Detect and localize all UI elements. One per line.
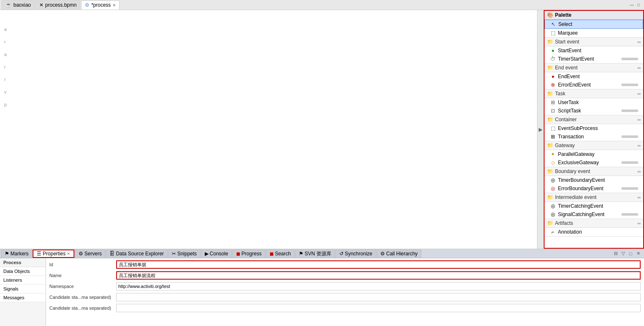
maximize-view-icon[interactable]: □ <box>627 250 634 257</box>
bottom-tab-datasource[interactable]: 🗄 Data Source Explorer <box>106 250 168 258</box>
boundary-header[interactable]: 📁 Boundary event ⇔ <box>545 167 643 176</box>
synchronize-icon: ↺ <box>339 251 344 257</box>
collapse-container-icon: ⇔ <box>637 117 641 122</box>
palette-item-label-timer-boundary: TimerBoundaryEvent <box>558 177 605 183</box>
tab-baoxiao[interactable]: ☕ baoxiao <box>2 0 35 10</box>
palette-item-timer-start[interactable]: ⏱ TimerStartEvent <box>545 55 643 63</box>
properties-form: Id Name Namespace Candidate sta...ma sep… <box>46 258 644 326</box>
palette-item-transaction[interactable]: ⊞ Transaction <box>545 132 643 141</box>
props-row-name: Name <box>49 271 641 280</box>
tab-label-process-bpmn: process.bpmn <box>45 2 76 8</box>
palette-item-script-task[interactable]: ⊡ ScriptTask <box>545 107 643 115</box>
synchronize-label: Synchronize <box>345 251 372 257</box>
props-label-id: Id <box>49 262 116 267</box>
palette-item-exclusive-gateway[interactable]: ◇ ExclusiveGateway <box>545 158 643 167</box>
tab-process-active[interactable]: ⚙ *process ✕ <box>81 0 120 10</box>
palette-section-gateway: 📁 Gateway ⇔ ✦ ParallelGateway ◇ Exclusiv… <box>545 141 643 167</box>
palette-item-end-event[interactable]: ● EndEvent <box>545 72 643 81</box>
bottom-tab-servers[interactable]: ⚙ Servers <box>75 250 105 258</box>
minimize-view-icon[interactable]: ▽ <box>620 250 626 257</box>
bottom-tab-snippets[interactable]: ✂ Snippets <box>168 250 201 258</box>
palette-section-task: 📁 Task ⇔ ⊞ UserTask ⊡ ScriptTask <box>545 89 643 115</box>
folder-icon-task: 📁 <box>547 91 553 97</box>
palette-item-label-timer-start: TimerStartEvent <box>558 56 594 62</box>
palette-item-timer-catching[interactable]: ◎ TimerCatchingEvent <box>545 202 643 210</box>
props-input-id[interactable] <box>116 260 641 269</box>
palette-item-error-boundary[interactable]: ◎ ErrorBoundaryEvent <box>545 184 643 193</box>
properties-close-icon[interactable]: ✕ <box>67 252 70 256</box>
tab-icon-baoxiao: ☕ <box>5 2 12 8</box>
bottom-tab-svn[interactable]: ⚑ SVN 资源库 <box>295 250 335 258</box>
start-event-header[interactable]: 📁 Start event ⇔ <box>545 38 643 46</box>
palette-item-error-end[interactable]: ⊗ ErrorEndEvent <box>545 81 643 89</box>
palette-item-event-subprocess[interactable]: ⬚ EventSubProcess <box>545 124 643 132</box>
palette-item-parallel-gateway[interactable]: ✦ ParallelGateway <box>545 150 643 158</box>
props-input-namespace[interactable] <box>116 282 641 290</box>
bottom-tab-markers[interactable]: ⚑ Markers <box>1 250 32 258</box>
artifacts-header[interactable]: 📁 Artifacts ⇔ <box>545 219 643 228</box>
canvas-area[interactable]: a r a r r v p <box>0 10 537 249</box>
container-label: Container <box>555 117 577 122</box>
props-input-candidate2[interactable] <box>116 304 641 312</box>
palette-item-marquee[interactable]: ⬚ Marquee <box>545 29 643 37</box>
bottom-tab-search[interactable]: ◼ Search <box>266 250 295 258</box>
start-event-label: Start event <box>555 39 579 45</box>
tab-process-bpmn[interactable]: ✕ process.bpmn <box>36 0 80 10</box>
palette-item-annotation[interactable]: ⌐ Annotation <box>545 228 643 236</box>
canvas-letter-r2: r <box>4 64 6 69</box>
collapse-intermediate-icon: ⇔ <box>637 195 641 200</box>
container-header[interactable]: 📁 Container ⇔ <box>545 115 643 124</box>
intermediate-label: Intermediate event <box>555 194 596 200</box>
palette-icon: 🎨 <box>547 12 553 18</box>
new-window-icon[interactable]: ⊟ <box>612 250 619 257</box>
exclusive-gateway-icon: ◇ <box>550 160 556 166</box>
end-event-label: End event <box>555 65 578 71</box>
scroll-indicator-start <box>621 58 638 60</box>
bottom-tab-callhierarchy[interactable]: ⚙ Call Hierarchy <box>377 250 421 258</box>
bottom-tab-synchronize[interactable]: ↺ Synchronize <box>336 250 376 258</box>
palette-section-tools: ↖ Select ⬚ Marquee <box>545 20 643 38</box>
props-input-candidate1[interactable] <box>116 293 641 301</box>
palette-title: Palette <box>555 12 571 18</box>
palette-expand-button[interactable]: ▶ <box>537 10 544 249</box>
tab-label-process: *process <box>91 2 111 8</box>
palette-scroll[interactable]: ↖ Select ⬚ Marquee 📁 Start event ⇔ ● Sta… <box>545 20 643 248</box>
maximize-button[interactable]: □ <box>636 3 641 7</box>
scroll-indicator-task <box>621 110 638 112</box>
canvas-letter-r1: r <box>4 39 6 44</box>
intermediate-header[interactable]: 📁 Intermediate event ⇔ <box>545 193 643 202</box>
bottom-tab-progress[interactable]: ◼ Progress <box>232 250 265 258</box>
sidebar-item-listeners[interactable]: Listeners <box>0 276 46 285</box>
canvas-letter-p: p <box>4 102 7 107</box>
palette-item-start-event[interactable]: ● StartEvent <box>545 46 643 55</box>
annotation-icon: ⌐ <box>550 229 556 235</box>
scroll-indicator-boundary <box>621 187 638 190</box>
tab-close-icon[interactable]: ✕ <box>112 3 116 8</box>
sidebar-item-signals[interactable]: Signals <box>0 285 46 293</box>
props-input-name[interactable] <box>116 271 641 280</box>
task-header[interactable]: 📁 Task ⇔ <box>545 89 643 98</box>
palette-item-timer-boundary[interactable]: ◎ TimerBoundaryEvent <box>545 176 643 184</box>
bottom-tab-properties[interactable]: ☰ Properties ✕ <box>33 250 74 258</box>
snippets-label: Snippets <box>177 251 197 257</box>
palette-item-label-transaction: Transaction <box>558 134 584 140</box>
end-event-header[interactable]: 📁 End event ⇔ <box>545 64 643 72</box>
scroll-indicator-gateway <box>621 161 638 164</box>
minimize-button[interactable]: — <box>629 3 635 7</box>
error-end-icon: ⊗ <box>550 82 556 88</box>
palette-item-select[interactable]: ↖ Select <box>545 20 643 29</box>
sidebar-item-data-objects[interactable]: Data Objects <box>0 267 46 276</box>
properties-label: Properties <box>43 251 66 257</box>
palette-item-user-task[interactable]: ⊞ UserTask <box>545 98 643 107</box>
palette-item-signal-catching[interactable]: ◎ SignalCatchingEvent <box>545 210 643 219</box>
gateway-header[interactable]: 📁 Gateway ⇔ <box>545 141 643 150</box>
palette-section-boundary: 📁 Boundary event ⇔ ◎ TimerBoundaryEvent … <box>545 167 643 193</box>
svn-icon: ⚑ <box>299 251 303 257</box>
transaction-icon: ⊞ <box>550 134 556 140</box>
bottom-area: ⚑ Markers ☰ Properties ✕ ⚙ Servers 🗄 Dat… <box>0 249 644 326</box>
search-icon: ◼ <box>270 251 274 257</box>
sidebar-item-messages[interactable]: Messages <box>0 293 46 302</box>
close-view-icon[interactable]: ✕ <box>635 250 641 257</box>
console-label: Console <box>210 251 228 257</box>
bottom-tab-console[interactable]: ▶ Console <box>201 250 232 258</box>
